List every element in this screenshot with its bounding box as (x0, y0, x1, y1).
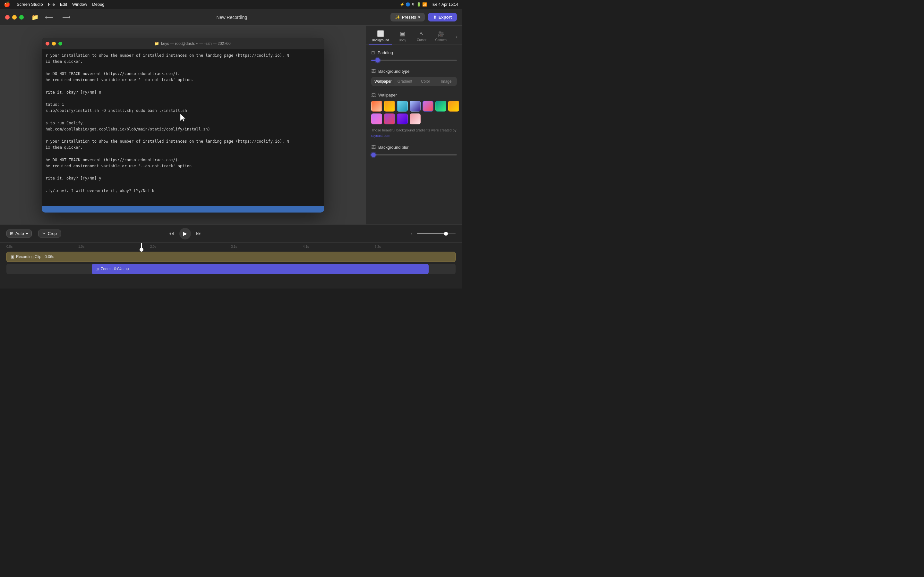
chevron-down-icon: ▾ (418, 15, 420, 19)
zoom-settings-icon[interactable]: ⚙ (126, 267, 129, 271)
speed-fill (417, 233, 446, 234)
recording-label: Recording Clip - 0:06s (16, 255, 54, 259)
apple-menu[interactable]: 🍎 (4, 1, 10, 7)
raycast-link[interactable]: raycast.com (371, 134, 390, 137)
cursor-tab-label: Cursor (417, 38, 426, 42)
terminal-line (45, 95, 320, 102)
terminal-content: r your installation to show the number o… (42, 49, 324, 213)
minimize-button[interactable] (12, 15, 17, 19)
menu-edit[interactable]: Edit (60, 2, 67, 7)
wallpaper-3[interactable] (397, 101, 408, 111)
timeline-playhead[interactable] (141, 243, 142, 250)
maximize-button[interactable] (19, 15, 24, 19)
tab-camera[interactable]: 🎥 Camera (432, 29, 450, 44)
wallpaper-5[interactable] (423, 101, 433, 111)
cursor-tab-icon: ↖ (420, 31, 424, 37)
terminal-line: he DO_NOT_TRACK movement (https://consol… (45, 157, 320, 163)
body-tab-label: Body (399, 39, 406, 42)
toolbar: 📁 ⟵ ⟶ New Recording ✨ Presets ▾ ⬆ Export (0, 9, 462, 26)
crop-button[interactable]: ✂ Crop (38, 229, 61, 237)
redo-button[interactable]: ⟶ (60, 13, 73, 22)
terminal-line: he required environment variable or use … (45, 163, 320, 169)
terminal-line (45, 181, 320, 187)
tab-background[interactable]: ⬜ Background (368, 28, 392, 45)
right-panel: ⬜ Background ▣ Body ↖ Cursor 🎥 Camera › (366, 26, 462, 224)
menu-window[interactable]: Window (72, 2, 87, 7)
background-blur-section: 🖼 Background blur (371, 145, 457, 157)
crop-icon: ✂ (42, 231, 46, 236)
terminal-line: tatus: 1 (45, 102, 320, 108)
auto-dropdown[interactable]: ⊞ Auto ▾ (6, 229, 32, 237)
terminal-line (45, 151, 320, 157)
menu-screen-studio[interactable]: Screen Studio (17, 2, 43, 7)
marker-4: 4.1s (303, 245, 309, 248)
wallpaper-2[interactable] (384, 101, 395, 111)
presets-button[interactable]: ✨ Presets ▾ (391, 13, 425, 21)
background-tab-icon: ⬜ (377, 30, 384, 37)
bg-tab-wallpaper[interactable]: Wallpaper (372, 77, 394, 85)
menubar: 🍎 Screen Studio File Edit Window Debug ⚡… (0, 0, 462, 9)
bottom-area: ⊞ Auto ▾ ✂ Crop ⏮ ▶ ⏭ ↔ 0.0s 1.0s 2.0s 3… (0, 224, 462, 288)
folder-icon[interactable]: 📁 (31, 14, 39, 21)
playback-buttons: ⏮ ▶ ⏭ (168, 228, 202, 239)
blur-slider[interactable] (371, 154, 457, 155)
speed-slow-icon: ↔ (410, 231, 415, 236)
background-tab-label: Background (372, 39, 389, 42)
terminal-titlebar: 📁 keys — root@dash: ~ — -zsh — 202×60 (42, 38, 324, 49)
undo-button[interactable]: ⟵ (42, 13, 56, 22)
wallpaper-7[interactable] (448, 101, 459, 111)
terminal-close-dot[interactable] (45, 42, 49, 45)
terminal-zoom-dot[interactable] (58, 42, 62, 45)
wallpaper-4[interactable] (410, 101, 421, 111)
menu-debug[interactable]: Debug (92, 2, 104, 7)
terminal-line: s to run Coolify. (45, 120, 320, 126)
skip-to-start-button[interactable]: ⏮ (168, 230, 174, 237)
wallpaper-11[interactable] (410, 113, 421, 124)
recording-icon: ▣ (11, 255, 14, 259)
wallpaper-section: 🖼 Wallpaper Those beau (371, 92, 457, 138)
zoom-track[interactable]: ⊞ Zoom - 0:04s ⚙ (6, 264, 456, 274)
main-layout: 📁 keys — root@dash: ~ — -zsh — 202×60 r … (0, 26, 462, 224)
toolbar-right: ✨ Presets ▾ ⬆ Export (391, 13, 457, 21)
terminal-window: 📁 keys — root@dash: ~ — -zsh — 202×60 r … (42, 38, 324, 213)
padding-slider-thumb[interactable] (375, 58, 380, 63)
padding-slider[interactable] (371, 60, 457, 61)
speed-slider: ↔ (410, 231, 456, 236)
play-pause-button[interactable]: ▶ (179, 228, 191, 239)
export-icon: ⬆ (433, 15, 437, 19)
wallpaper-9[interactable] (384, 113, 395, 124)
menu-file[interactable]: File (48, 2, 55, 7)
speed-track[interactable] (417, 233, 456, 234)
wallpaper-10[interactable] (397, 113, 408, 124)
bg-tab-image[interactable]: Image (436, 77, 456, 85)
wallpaper-6[interactable] (435, 101, 446, 111)
wallpaper-1[interactable] (371, 101, 382, 111)
blur-slider-thumb[interactable] (371, 153, 376, 157)
recording-track[interactable]: ▣ Recording Clip - 0:06s (6, 251, 456, 262)
window-controls (5, 15, 24, 19)
camera-tab-label: Camera (435, 38, 447, 42)
close-button[interactable] (5, 15, 10, 19)
bg-tab-gradient[interactable]: Gradient (395, 77, 415, 85)
clock: Tue 4 Apr 15:14 (431, 2, 458, 7)
canvas-area[interactable]: 📁 keys — root@dash: ~ — -zsh — 202×60 r … (0, 26, 366, 224)
bg-tab-color[interactable]: Color (415, 77, 435, 85)
blur-icon: 🖼 (371, 145, 376, 150)
terminal-line: ix them quicker. (45, 145, 320, 151)
timeline-ruler: 0.0s 1.0s 2.0s 3.1s 4.1s 5.2s (6, 243, 456, 250)
sparkle-icon: ✨ (395, 15, 400, 19)
panel-scroll-arrow[interactable]: › (454, 32, 459, 41)
wallpaper-8[interactable] (371, 113, 382, 124)
export-button[interactable]: ⬆ Export (428, 13, 457, 21)
terminal-line (45, 132, 320, 139)
system-icons: ⚡ 🔵 🎙 🔋 📶 (400, 2, 427, 7)
tab-body[interactable]: ▣ Body (393, 28, 411, 45)
timeline[interactable]: 0.0s 1.0s 2.0s 3.1s 4.1s 5.2s ▣ Recordin… (0, 243, 462, 288)
panel-tabs: ⬜ Background ▣ Body ↖ Cursor 🎥 Camera › (366, 26, 462, 45)
skip-to-end-button[interactable]: ⏭ (196, 230, 202, 237)
zoom-icon: ⊞ (95, 267, 99, 271)
folder-icon-terminal: 📁 (154, 41, 159, 46)
terminal-minimize-dot[interactable] (52, 42, 56, 45)
tab-cursor[interactable]: ↖ Cursor (413, 29, 431, 44)
speed-thumb[interactable] (444, 232, 448, 235)
